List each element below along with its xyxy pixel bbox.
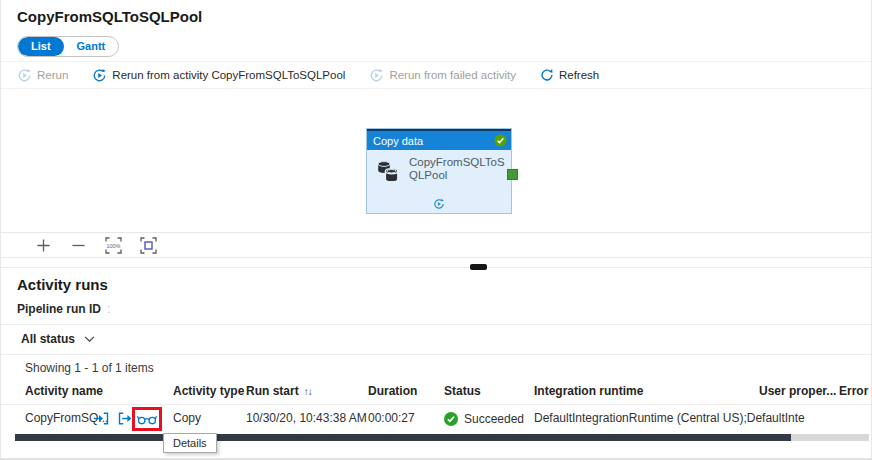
cell-run-start: 10/30/20, 10:43:38 AM <box>246 405 367 431</box>
rerun-from-activity-icon <box>92 68 107 83</box>
rerun-from-failed-button[interactable]: Rerun from failed activity <box>369 68 516 83</box>
scrollbar-thumb[interactable] <box>15 434 791 441</box>
node-activity-name: CopyFromSQLToSQLPool <box>409 156 509 182</box>
refresh-button[interactable]: Refresh <box>540 68 599 82</box>
horizontal-scrollbar[interactable] <box>15 434 869 441</box>
divider <box>1 324 871 325</box>
copy-activity-node[interactable]: Copy data <box>366 128 512 214</box>
col-run-start[interactable]: Run start↑↓ <box>246 384 312 398</box>
status-filter-dropdown[interactable]: All status <box>21 332 95 346</box>
pipeline-run-monitor: CopyFromSQLToSQLPool List Gantt Rerun Re… <box>0 0 872 460</box>
zoom-fit-button[interactable] <box>138 235 158 255</box>
col-integration-runtime[interactable]: Integration runtime <box>534 384 643 398</box>
table-header: Activity name Activity type Run start↑↓ … <box>1 384 871 404</box>
rerun-label: Rerun <box>37 69 68 81</box>
rerun-from-failed-label: Rerun from failed activity <box>389 69 516 81</box>
col-duration[interactable]: Duration <box>368 384 417 398</box>
items-count-text: Showing 1 - 1 of 1 items <box>25 361 154 375</box>
col-error[interactable]: Error <box>839 384 868 398</box>
refresh-icon <box>540 68 554 82</box>
panel-splitter <box>1 267 871 268</box>
col-activity-name[interactable]: Activity name <box>25 384 103 398</box>
col-status[interactable]: Status <box>444 384 481 398</box>
refresh-label: Refresh <box>559 69 599 81</box>
node-output-port <box>507 169 518 180</box>
sort-icon: ↑↓ <box>304 386 312 397</box>
page-title: CopyFromSQLToSQLPool <box>17 8 202 25</box>
input-icon[interactable] <box>93 411 110 426</box>
cell-status: Succeeded <box>444 405 524 433</box>
succeeded-check-icon <box>444 412 458 426</box>
details-glasses-icon[interactable] <box>137 413 157 425</box>
run-toolbar: Rerun Rerun from activity CopyFromSQLToS… <box>1 61 871 89</box>
cell-activity-type: Copy <box>173 405 201 431</box>
tab-list[interactable]: List <box>18 37 64 56</box>
rerun-icon <box>17 68 32 83</box>
pipeline-run-id-label: Pipeline run ID <box>17 302 101 316</box>
zoom-in-button[interactable] <box>33 235 53 255</box>
zoom-reset-button[interactable]: 100% <box>103 235 123 255</box>
pipeline-canvas[interactable]: Copy data <box>1 90 871 232</box>
node-success-check-icon <box>494 134 507 147</box>
view-tabs: List Gantt <box>17 36 119 57</box>
rerun-from-activity-label: Rerun from activity CopyFromSQLToSQLPool <box>112 69 345 81</box>
cell-duration: 00:00:27 <box>368 405 415 431</box>
node-type-label: Copy data <box>373 135 423 147</box>
node-rerun-icon[interactable] <box>433 198 445 210</box>
status-filter-label: All status <box>21 332 75 346</box>
rerun-from-activity-button[interactable]: Rerun from activity CopyFromSQLToSQLPool <box>92 68 345 83</box>
pipeline-run-id: Pipeline run ID: <box>17 302 110 316</box>
pipeline-run-id-separator: : <box>107 302 110 316</box>
divider <box>1 354 871 355</box>
copy-data-icon <box>375 159 403 185</box>
chevron-down-icon <box>84 336 95 343</box>
cell-integration-runtime: DefaultIntegrationRuntime (Central US);D… <box>534 405 805 431</box>
details-tooltip: Details <box>163 433 217 453</box>
node-body: CopyFromSQLToSQLPool <box>367 150 511 213</box>
table-row[interactable]: CopyFromSQ... Copy 10/30/20, 10:43:38 AM… <box>1 405 871 433</box>
node-header: Copy data <box>367 129 511 150</box>
activity-runs-heading: Activity runs <box>17 276 108 293</box>
status-label: Succeeded <box>464 412 524 426</box>
col-run-start-label: Run start <box>246 384 299 398</box>
zoom-out-button[interactable] <box>68 235 88 255</box>
splitter-drag-handle[interactable] <box>470 264 487 270</box>
canvas-zoom-toolbar: 100% <box>1 232 871 258</box>
tab-gantt[interactable]: Gantt <box>64 37 119 56</box>
rerun-from-failed-icon <box>369 68 384 83</box>
col-activity-type[interactable]: Activity type <box>173 384 244 398</box>
zoom-level-label: 100% <box>106 242 120 248</box>
col-user-properties[interactable]: User proper... <box>759 384 836 398</box>
rerun-button[interactable]: Rerun <box>17 68 68 83</box>
